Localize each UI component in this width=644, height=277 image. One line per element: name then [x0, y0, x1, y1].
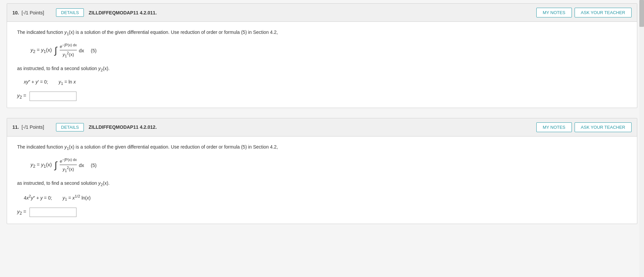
answer-label-11: y2 = [17, 209, 26, 216]
answer-input-11[interactable] [30, 208, 76, 217]
equation-10: xy″ + y′ = 0; y1 = ln x [24, 79, 627, 86]
intro-text-10: The indicated function y1(x) is a soluti… [17, 29, 627, 37]
my-notes-button-11[interactable]: MY NOTES [536, 122, 572, 132]
question-block-10: 10. [-/1 Points] DETAILS ZILLDIFFEQMODAP… [7, 3, 637, 108]
details-button-10[interactable]: DETAILS [56, 8, 84, 17]
header-actions-11: MY NOTES ASK YOUR TEACHER [536, 122, 632, 132]
question-code-11: ZILLDIFFEQMODAP11 4.2.012. [89, 124, 157, 130]
question-body-10: The indicated function y1(x) is a soluti… [7, 22, 637, 108]
question-number-11: 11. [-/1 Points] [12, 124, 53, 130]
my-notes-button-10[interactable]: MY NOTES [536, 8, 572, 17]
equation-11: 4x2y″ + y = 0; y1 = x1/2 ln(x) [24, 194, 627, 201]
question-header-10: 10. [-/1 Points] DETAILS ZILLDIFFEQMODAP… [7, 4, 637, 22]
answer-row-10: y2 = [17, 92, 627, 101]
formula-11: y2 = y1(x) ∫ e−∫P(x) dx y12(x) dx [31, 158, 84, 172]
formula-fraction-11: e−∫P(x) dx y12(x) [60, 158, 77, 172]
scrollbar-track [639, 0, 644, 237]
page-container: 10. [-/1 Points] DETAILS ZILLDIFFEQMODAP… [0, 0, 644, 237]
ask-teacher-button-11[interactable]: ASK YOUR TEACHER [575, 122, 632, 132]
details-button-11[interactable]: DETAILS [56, 123, 84, 131]
question-body-11: The indicated function y1(x) is a soluti… [7, 136, 637, 224]
formula-container-10: y2 = y1(x) ∫ e−∫P(x) dx y12(x) dx (5) [31, 43, 627, 58]
question-header-11: 11. [-/1 Points] DETAILS ZILLDIFFEQMODAP… [7, 118, 637, 136]
answer-input-10[interactable] [30, 92, 76, 101]
question-code-10: ZILLDIFFEQMODAP11 4.2.011. [89, 10, 157, 15]
instruction-text-10: as instructed, to find a second solution… [17, 65, 627, 73]
question-number-10: 10. [-/1 Points] [12, 10, 53, 15]
formula-10: y2 = y1(x) ∫ e−∫P(x) dx y12(x) dx [31, 43, 84, 58]
intro-text-11: The indicated function y1(x) is a soluti… [17, 143, 627, 152]
scrollbar-thumb[interactable] [639, 0, 644, 27]
answer-label-10: y2 = [17, 93, 26, 100]
header-actions-10: MY NOTES ASK YOUR TEACHER [536, 8, 632, 17]
instruction-text-11: as instructed, to find a second solution… [17, 179, 627, 188]
ask-teacher-button-10[interactable]: ASK YOUR TEACHER [575, 8, 632, 17]
answer-row-11: y2 = [17, 208, 627, 217]
formula-label-10: (5) [91, 48, 97, 53]
question-block-11: 11. [-/1 Points] DETAILS ZILLDIFFEQMODAP… [7, 118, 637, 224]
formula-fraction-10: e−∫P(x) dx y12(x) [60, 43, 77, 58]
formula-container-11: y2 = y1(x) ∫ e−∫P(x) dx y12(x) dx (5) [31, 158, 627, 172]
formula-label-11: (5) [91, 163, 97, 168]
